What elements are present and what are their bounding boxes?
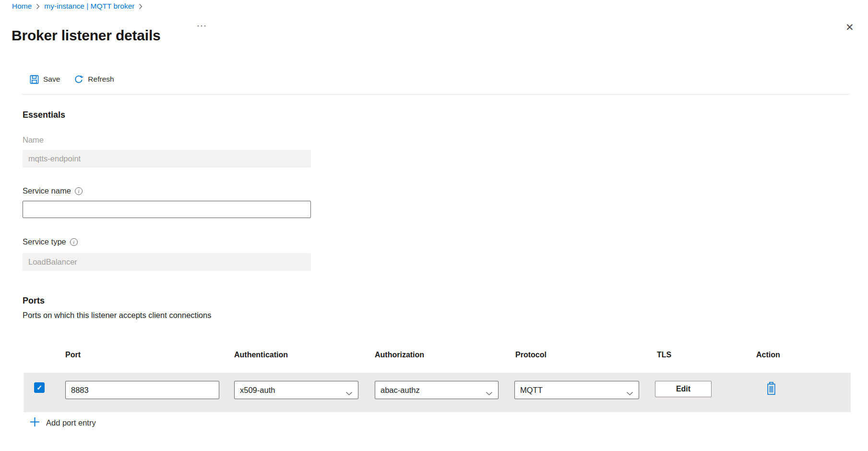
column-header-authorization: Authorization bbox=[375, 351, 424, 359]
ports-heading: Ports bbox=[23, 296, 45, 306]
row-select-checkbox[interactable]: ✓ bbox=[34, 382, 45, 393]
info-icon[interactable]: i bbox=[75, 187, 83, 195]
checkmark-icon: ✓ bbox=[36, 384, 42, 391]
command-bar: Save Refresh bbox=[23, 71, 121, 87]
trash-icon bbox=[766, 390, 777, 397]
ports-description: Ports on which this listener accepts cli… bbox=[23, 311, 211, 320]
authentication-dropdown-value: x509-auth bbox=[240, 386, 275, 395]
save-button[interactable]: Save bbox=[23, 71, 67, 87]
chevron-down-icon bbox=[626, 389, 633, 398]
breadcrumb-link-home[interactable]: Home bbox=[12, 2, 32, 11]
service-type-field: LoadBalancer bbox=[23, 253, 311, 271]
breadcrumb-chevron-icon bbox=[36, 3, 40, 10]
refresh-button[interactable]: Refresh bbox=[67, 71, 120, 87]
more-options-icon[interactable]: ··· bbox=[197, 21, 207, 31]
column-header-protocol: Protocol bbox=[515, 351, 547, 359]
broker-listener-details-page: Home my-instance | MQTT broker Broker li… bbox=[0, 0, 868, 451]
chevron-down-icon bbox=[345, 389, 353, 398]
name-label: Name bbox=[23, 135, 44, 145]
service-name-input[interactable] bbox=[23, 201, 311, 218]
name-field: mqtts-endpoint bbox=[23, 150, 311, 168]
name-label-text: Name bbox=[23, 135, 44, 145]
service-type-label: Service type i bbox=[23, 237, 78, 246]
authentication-dropdown[interactable]: x509-auth bbox=[234, 381, 358, 399]
protocol-dropdown[interactable]: MQTT bbox=[514, 381, 639, 399]
tls-edit-button[interactable]: Edit bbox=[655, 381, 712, 397]
breadcrumb-chevron-icon bbox=[139, 3, 143, 10]
page-title: Broker listener details bbox=[12, 27, 161, 44]
save-button-label: Save bbox=[43, 75, 60, 84]
toolbar-divider bbox=[22, 94, 849, 95]
service-name-label: Service name i bbox=[23, 186, 83, 195]
port-input[interactable] bbox=[65, 381, 219, 399]
add-port-entry-button[interactable]: Add port entry bbox=[30, 417, 96, 429]
info-icon[interactable]: i bbox=[70, 238, 78, 246]
column-header-port: Port bbox=[65, 351, 81, 359]
protocol-dropdown-value: MQTT bbox=[520, 386, 543, 395]
service-name-label-text: Service name bbox=[23, 186, 71, 195]
authorization-dropdown-value: abac-authz bbox=[380, 386, 420, 395]
column-header-tls: TLS bbox=[657, 351, 671, 359]
close-icon[interactable]: ✕ bbox=[845, 22, 854, 32]
add-port-entry-label: Add port entry bbox=[46, 418, 96, 427]
plus-icon bbox=[30, 417, 40, 429]
essentials-heading: Essentials bbox=[23, 110, 65, 120]
delete-row-button[interactable] bbox=[765, 382, 777, 396]
chevron-down-icon bbox=[486, 389, 493, 398]
authorization-dropdown[interactable]: abac-authz bbox=[375, 381, 499, 399]
refresh-button-label: Refresh bbox=[88, 75, 114, 84]
refresh-icon bbox=[74, 74, 83, 84]
save-icon bbox=[30, 75, 39, 84]
column-header-authentication: Authentication bbox=[234, 351, 288, 359]
breadcrumb: Home my-instance | MQTT broker bbox=[12, 2, 143, 11]
breadcrumb-link-mqtt-broker[interactable]: my-instance | MQTT broker bbox=[44, 2, 134, 11]
service-type-label-text: Service type bbox=[23, 237, 66, 246]
port-table-row: ✓ x509-auth abac-authz MQTT Edit bbox=[24, 373, 851, 412]
column-header-action: Action bbox=[756, 351, 780, 359]
